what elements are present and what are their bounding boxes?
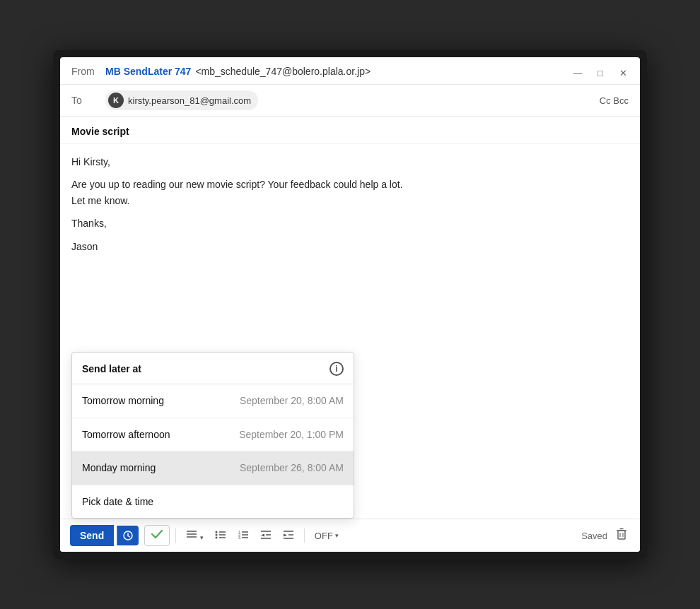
compose-window: From MB SendLater 747 <mb_schedule_747@b…	[60, 57, 640, 552]
close-button[interactable]: ✕	[614, 64, 631, 81]
cc-bcc-button[interactable]: Cc Bcc	[600, 95, 629, 106]
toolbar-right: Saved	[581, 525, 630, 546]
pick-date-time-option[interactable]: Pick date & time	[72, 485, 354, 518]
align-button[interactable]: ▾	[182, 526, 208, 545]
info-icon[interactable]: i	[329, 362, 344, 376]
indent-increase-button[interactable]	[279, 526, 298, 545]
email-body[interactable]: Hi Kirsty, Are you up to reading our new…	[60, 144, 640, 519]
body-signature: Jason	[71, 239, 629, 254]
subject-row: Movie script	[60, 117, 640, 144]
minimize-button[interactable]: —	[569, 64, 586, 81]
body-closing: Thanks,	[71, 215, 629, 231]
body-paragraph1: Are you up to reading our new movie scri…	[71, 177, 629, 208]
tomorrow-afternoon-option[interactable]: Tomorrow afternoon September 20, 1:00 PM	[72, 418, 354, 451]
svg-rect-26	[618, 531, 625, 539]
svg-point-10	[215, 536, 217, 538]
recipient-email: kirsty.pearson_81@gmail.com	[128, 95, 251, 106]
window-controls: — □ ✕	[569, 64, 631, 81]
bullet-list-button[interactable]	[211, 526, 231, 545]
option-label: Monday morning	[82, 460, 156, 475]
option-date: September 20, 1:00 PM	[239, 427, 344, 442]
recipient-chip[interactable]: K kirsty.pearson_81@gmail.com	[105, 90, 258, 110]
off-toggle[interactable]: OFF ▾	[310, 528, 343, 544]
from-label: From	[71, 66, 100, 77]
send-later-title: Send later at	[82, 361, 141, 377]
subject-text: Movie script	[71, 126, 129, 137]
send-button[interactable]: Send	[70, 525, 114, 546]
option-date: September 26, 8:00 AM	[240, 460, 344, 475]
send-clock-button[interactable]	[117, 526, 139, 545]
checkmark-button[interactable]	[144, 525, 170, 546]
monday-morning-option[interactable]: Monday morning September 26, 8:00 AM	[72, 451, 354, 485]
send-later-header: Send later at i	[72, 353, 354, 384]
body-greeting: Hi Kirsty,	[71, 154, 629, 170]
option-label: Tomorrow afternoon	[82, 427, 170, 442]
cursor-indicator	[190, 461, 203, 474]
avatar: K	[108, 93, 124, 108]
send-later-panel: Send later at i Tomorrow morning Septemb…	[71, 352, 354, 519]
option-label: Tomorrow morning	[82, 393, 164, 408]
toolbar-separator-1	[175, 528, 176, 543]
svg-line-2	[128, 536, 130, 538]
title-bar: From MB SendLater 747 <mb_schedule_747@b…	[60, 57, 640, 85]
indent-decrease-button[interactable]	[256, 526, 276, 545]
sender-name: MB SendLater 747	[105, 66, 191, 77]
toolbar: Send	[60, 519, 640, 552]
sender-email: <mb_schedule_747@bolero.plala.or.jp>	[195, 66, 371, 77]
svg-marker-19	[261, 533, 264, 536]
toolbar-separator-2	[304, 528, 305, 543]
tomorrow-morning-option[interactable]: Tomorrow morning September 20, 8:00 AM	[72, 384, 354, 418]
numbered-list-button[interactable]: 1. 2. 3.	[233, 526, 253, 545]
delete-button[interactable]	[613, 525, 630, 546]
svg-marker-23	[284, 533, 287, 536]
svg-point-8	[215, 533, 217, 536]
svg-point-6	[215, 531, 217, 533]
window-wrapper: From MB SendLater 747 <mb_schedule_747@b…	[53, 50, 647, 559]
to-label: To	[71, 95, 100, 106]
svg-text:3.: 3.	[238, 536, 241, 540]
option-date: September 20, 8:00 AM	[240, 393, 344, 408]
to-row: To K kirsty.pearson_81@gmail.com Cc Bcc	[60, 85, 640, 117]
saved-label: Saved	[581, 531, 607, 541]
maximize-button[interactable]: □	[592, 64, 609, 81]
